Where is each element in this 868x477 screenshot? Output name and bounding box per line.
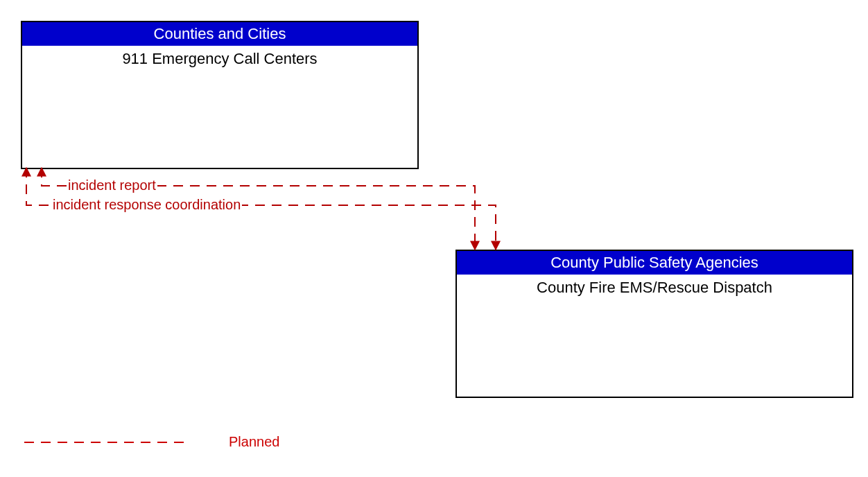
box-header-counties: Counties and Cities — [22, 22, 417, 46]
box-county-public-safety: County Public Safety Agencies County Fir… — [455, 250, 853, 398]
box-body-fire-ems: County Fire EMS/Rescue Dispatch — [457, 275, 852, 297]
flow-label-incident-report: incident report — [67, 177, 157, 193]
box-body-911-centers: 911 Emergency Call Centers — [22, 46, 417, 68]
box-counties-and-cities: Counties and Cities 911 Emergency Call C… — [21, 21, 419, 169]
flow-label-incident-response-coordination: incident response coordination — [51, 197, 242, 213]
box-header-public-safety: County Public Safety Agencies — [457, 251, 852, 275]
legend-label-planned: Planned — [229, 434, 279, 450]
